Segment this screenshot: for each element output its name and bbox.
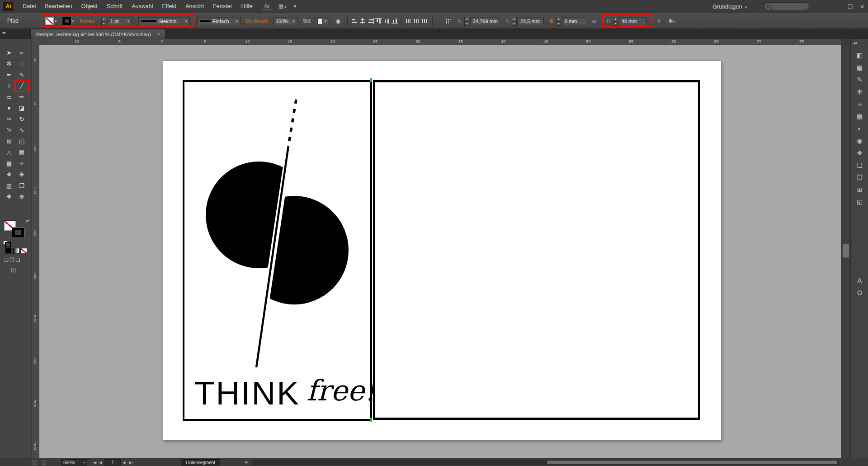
stroke-weight-label[interactable]: Kontur:	[80, 13, 95, 29]
next-artboard-button[interactable]: ▶	[123, 461, 126, 465]
horizontal-scrollbar[interactable]	[252, 460, 839, 465]
maximize-button[interactable]: ❐	[848, 4, 853, 10]
stroke-swatch[interactable]	[12, 228, 24, 238]
graphic-styles-panel-icon[interactable]: ❖	[851, 147, 868, 159]
layers-panel-icon[interactable]: ❏	[851, 159, 868, 171]
menu-datei[interactable]: Datei	[18, 0, 40, 13]
status-button-2[interactable]	[42, 460, 46, 465]
menu-auswahl[interactable]: Auswahl	[127, 0, 157, 13]
free-transform-tool[interactable]: ⊞	[3, 136, 15, 147]
decrement-icon[interactable]	[464, 21, 469, 26]
menu-effekt[interactable]: Effekt	[157, 0, 181, 13]
decrement-icon[interactable]	[101, 21, 106, 26]
opentype-panel-icon[interactable]: O	[851, 286, 868, 299]
zoom-level-select[interactable]: 660%	[61, 459, 87, 466]
x-stepper[interactable]	[464, 17, 469, 25]
artboard-tool[interactable]: ❐	[15, 180, 28, 191]
increment-icon[interactable]	[613, 17, 618, 21]
status-button-1[interactable]	[33, 460, 37, 465]
width-input[interactable]: 0 mm	[562, 17, 587, 25]
scale-tool[interactable]: ⇲	[3, 125, 15, 136]
distribute-left-button[interactable]	[405, 18, 412, 24]
color-button[interactable]	[5, 248, 12, 254]
none-button[interactable]	[20, 248, 27, 254]
increment-icon[interactable]	[464, 17, 469, 21]
tab-close-icon[interactable]: ×	[157, 31, 160, 38]
shape-builder-tool[interactable]: ◱	[15, 136, 28, 147]
blend-tool[interactable]: ❖	[3, 169, 15, 181]
close-button[interactable]: ✕	[860, 4, 864, 10]
zoom-tool[interactable]: ⊕	[15, 191, 28, 203]
pathfinder-panel-icon[interactable]: ◱	[851, 195, 868, 208]
gradient-button[interactable]	[13, 248, 19, 254]
draw-inside-button[interactable]: ❑	[16, 257, 20, 263]
menu-ansicht[interactable]: Ansicht	[181, 0, 208, 13]
vertical-scrollbar[interactable]	[841, 45, 850, 458]
menu-bearbeiten[interactable]: Bearbeiten	[40, 0, 76, 13]
canvas[interactable]: THINK free!	[39, 45, 841, 458]
stroke-panel-icon[interactable]: ≡	[851, 98, 868, 110]
link-dimensions-icon[interactable]	[592, 13, 596, 29]
document-tab[interactable]: Stempel_rechteckig.ai* bei 660 % (CMYK/V…	[30, 29, 165, 39]
draw-normal-button[interactable]: ❏	[4, 257, 9, 263]
menu-schrift[interactable]: Schrift	[102, 0, 127, 13]
align-right-button[interactable]	[367, 18, 374, 24]
align-vertical-center-button[interactable]	[383, 18, 390, 24]
rectangle-tool[interactable]: ▭	[3, 91, 15, 103]
status-arrow-icon[interactable]: ▶	[245, 458, 248, 466]
last-artboard-button[interactable]: ▶|	[129, 461, 133, 465]
artboards-panel-icon[interactable]: ❐	[851, 171, 868, 183]
magic-wand-tool[interactable]: ✻	[3, 58, 15, 70]
line-segment-tool[interactable]: ╱	[15, 81, 28, 92]
symbol-sprayer-tool[interactable]: ❉	[15, 169, 28, 181]
select-similar-icon[interactable]	[668, 13, 675, 29]
toolbar-collapse-icon[interactable]: ◀◀	[2, 31, 5, 34]
artboard-number-input[interactable]: 1	[104, 459, 121, 466]
type-tool[interactable]: T	[3, 81, 15, 92]
swap-fill-stroke-icon[interactable]: ⇄	[26, 219, 29, 223]
previous-artboard-button[interactable]: ◀	[99, 461, 102, 465]
pencil-tool[interactable]: ✏	[15, 91, 28, 103]
stroke-color-button[interactable]	[62, 17, 74, 25]
scissors-tool[interactable]: ✂	[3, 114, 15, 125]
increment-icon[interactable]	[556, 17, 561, 21]
column-graph-tool[interactable]: ▥	[3, 180, 15, 191]
perspective-grid-tool[interactable]: △	[3, 147, 15, 158]
opacity-label[interactable]: Deckkraft:	[246, 13, 269, 29]
align-left-button[interactable]	[351, 18, 358, 24]
default-fill-stroke-icon[interactable]	[3, 241, 7, 244]
decrement-icon[interactable]	[613, 21, 618, 26]
arrange-documents-icon[interactable]	[278, 3, 287, 10]
brush-definition-select[interactable]: Einfach	[197, 17, 241, 25]
align-horizontal-center-button[interactable]	[359, 18, 366, 24]
y-input[interactable]: 22,5 mm	[518, 17, 544, 25]
search-input[interactable]	[764, 2, 809, 10]
gradient-panel-icon[interactable]: ▤	[851, 110, 868, 122]
height-input[interactable]: 40 mm	[619, 17, 647, 25]
symbols-panel-icon[interactable]: ❉	[851, 86, 868, 98]
opacity-select[interactable]: 100%	[273, 17, 297, 25]
graphic-style-select[interactable]	[315, 17, 329, 25]
stamp-right-rectangle[interactable]	[373, 80, 700, 420]
height-stepper[interactable]	[613, 17, 618, 25]
first-artboard-button[interactable]: |◀	[93, 461, 96, 465]
brushes-panel-icon[interactable]: ✎	[851, 73, 868, 86]
transparency-panel-icon[interactable]: ◐	[851, 122, 868, 134]
appearance-panel-icon[interactable]: ◉	[851, 134, 868, 147]
reference-point-selector[interactable]	[445, 18, 451, 24]
direct-selection-tool[interactable]: ➢	[15, 47, 28, 58]
vertical-scrollbar-thumb[interactable]	[843, 244, 849, 257]
menu-objekt[interactable]: Objekt	[77, 0, 102, 13]
dock-collapse-icon[interactable]: ◀◀	[851, 39, 868, 47]
gradient-tool[interactable]: ▤	[3, 158, 15, 169]
stroke-profile-select[interactable]: Gleichm.	[138, 17, 190, 25]
artboard[interactable]: THINK free!	[163, 61, 721, 440]
app-logo[interactable]: Ai	[3, 2, 14, 11]
pen-tool[interactable]: ✒	[3, 69, 15, 81]
lasso-tool[interactable]: ◌	[15, 58, 28, 70]
increment-icon[interactable]	[101, 17, 106, 21]
width-stepper[interactable]	[556, 17, 561, 25]
x-input[interactable]: 24,769 mm	[470, 17, 499, 25]
eraser-tool[interactable]: ◪	[15, 103, 28, 114]
current-tool-indicator[interactable]: Liniensegment	[181, 459, 220, 466]
